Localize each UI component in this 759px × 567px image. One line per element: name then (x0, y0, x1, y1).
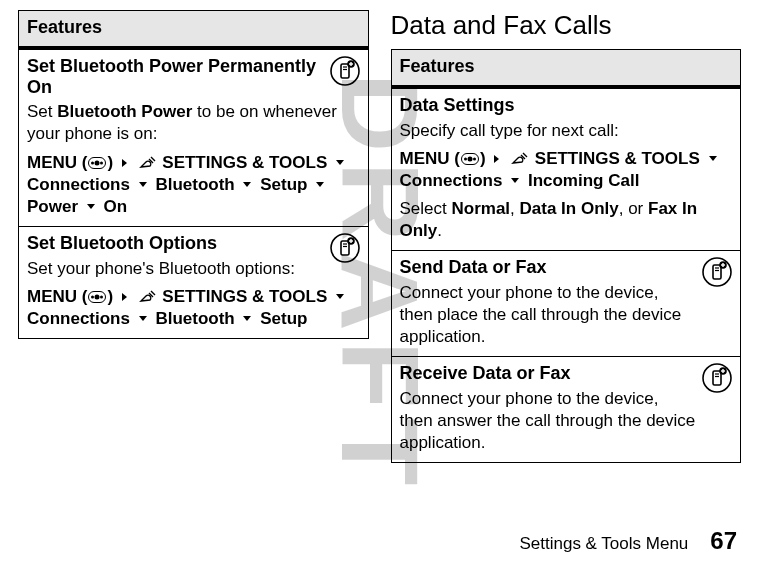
right-table-header: Features (391, 50, 741, 88)
nav-down-icon (243, 182, 251, 187)
table-row: Send Data or Fax Connect your phone to t… (391, 251, 741, 357)
device-icon (702, 257, 732, 287)
svg-rect-15 (713, 265, 721, 279)
nav-down-icon (243, 316, 251, 321)
row-body: Set Bluetooth Power to be on whenever yo… (27, 101, 360, 145)
path-segment: Incoming Call (528, 171, 639, 190)
path-segment: Connections (27, 175, 130, 194)
menu-path: MENU () SETTINGS & TOOLS C (27, 152, 360, 218)
option: Normal (451, 199, 510, 218)
center-key-icon (88, 157, 106, 169)
center-key-icon (461, 153, 479, 165)
center-key-icon (88, 291, 106, 303)
tools-icon (510, 152, 528, 166)
device-icon (330, 233, 360, 263)
option: Data In Only (520, 199, 619, 218)
device-icon (702, 363, 732, 393)
section-title: Data and Fax Calls (391, 10, 742, 41)
path-segment: Connections (27, 309, 130, 328)
text: , or (619, 199, 648, 218)
text-emphasis: Bluetooth Power (57, 102, 192, 121)
right-features-table: Features Data Settings Specify call type… (391, 49, 742, 463)
svg-rect-22 (713, 371, 721, 385)
menu-label: MENU (27, 287, 77, 306)
nav-down-icon (511, 178, 519, 183)
tools-icon (138, 156, 156, 170)
nav-down-icon (87, 204, 95, 209)
row-title: Receive Data or Fax (400, 363, 733, 384)
row-title: Set Bluetooth Options (27, 233, 360, 254)
svg-point-0 (331, 57, 359, 85)
table-row: Receive Data or Fax Connect your phone t… (391, 357, 741, 463)
text: , (510, 199, 519, 218)
menu-label: MENU (400, 149, 450, 168)
path-segment: Setup (260, 309, 307, 328)
row-title: Send Data or Fax (400, 257, 733, 278)
settings-label: SETTINGS & TOOLS (162, 153, 327, 172)
footer-label: Settings & Tools Menu (519, 534, 688, 554)
menu-path: MENU () SETTINGS & TOOLS C (27, 286, 360, 330)
path-segment: Bluetooth (155, 309, 234, 328)
left-column: Features (18, 10, 369, 463)
row-title: Set Bluetooth Power Permanently On (27, 56, 360, 97)
row-body: Connect your phone to the device, then p… (400, 282, 733, 348)
svg-point-21 (703, 364, 731, 392)
menu-path: MENU () SETTINGS & TOOLS C (400, 148, 733, 192)
row-body: Connect your phone to the device, then a… (400, 388, 733, 454)
svg-point-14 (703, 258, 731, 286)
nav-down-icon (709, 156, 717, 161)
nav-right-icon (122, 159, 127, 167)
right-column: Data and Fax Calls Features Data Setting… (391, 10, 742, 463)
menu-label: MENU (27, 153, 77, 172)
nav-right-icon (122, 293, 127, 301)
path-segment: On (104, 197, 128, 216)
path-segment: Bluetooth (155, 175, 234, 194)
svg-rect-8 (341, 241, 349, 255)
left-features-table: Features (18, 10, 369, 339)
text: Select (400, 199, 452, 218)
path-segment: Setup (260, 175, 307, 194)
nav-down-icon (336, 294, 344, 299)
text: . (437, 221, 442, 240)
table-row: Data Settings Specify call type for next… (391, 87, 741, 251)
text: Set (27, 102, 57, 121)
tools-icon (138, 290, 156, 304)
row-title: Data Settings (400, 95, 733, 116)
path-segment: Power (27, 197, 78, 216)
nav-down-icon (139, 316, 147, 321)
page-footer: Settings & Tools Menu 67 (519, 527, 737, 555)
row-body: Specify call type for next call: (400, 120, 733, 142)
path-segment: Connections (400, 171, 503, 190)
device-icon (330, 56, 360, 86)
table-row: Set Bluetooth Power Permanently On Set B… (19, 48, 369, 226)
settings-label: SETTINGS & TOOLS (535, 149, 700, 168)
nav-right-icon (494, 155, 499, 163)
table-row: Set Bluetooth Options Set your phone's B… (19, 226, 369, 338)
left-table-header: Features (19, 11, 369, 49)
select-line: Select Normal, Data In Only, or Fax In O… (400, 198, 733, 242)
nav-down-icon (139, 182, 147, 187)
row-body: Set your phone's Bluetooth options: (27, 258, 360, 280)
page-number: 67 (710, 527, 737, 555)
svg-rect-1 (341, 64, 349, 78)
svg-point-7 (331, 234, 359, 262)
nav-down-icon (316, 182, 324, 187)
nav-down-icon (336, 160, 344, 165)
settings-label: SETTINGS & TOOLS (162, 287, 327, 306)
